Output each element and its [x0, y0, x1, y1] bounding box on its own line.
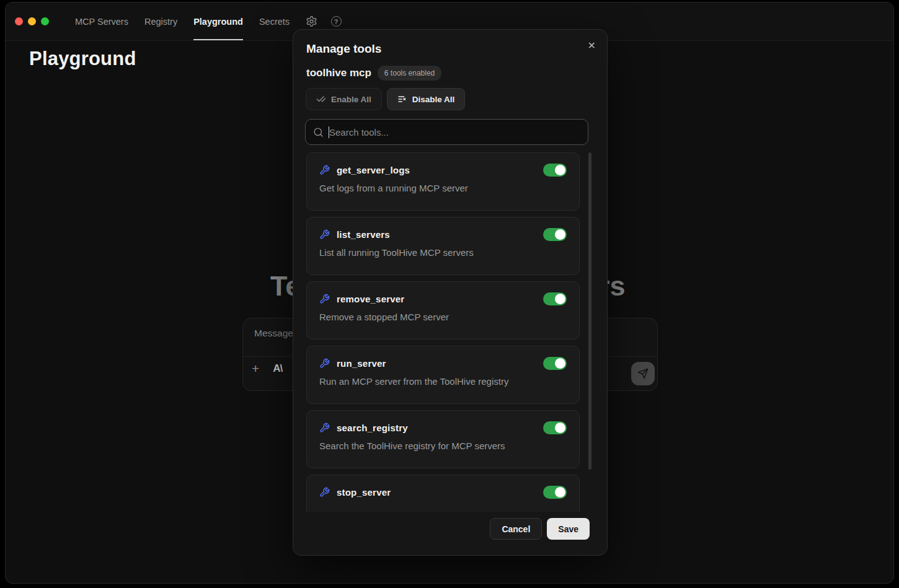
- main-nav: MCP Servers Registry Playground Secrets: [75, 2, 290, 40]
- tool-description: Search the ToolHive registry for MCP ser…: [319, 441, 567, 451]
- tool-name: search_registry: [337, 423, 543, 433]
- tool-card: list_serversList all running ToolHive MC…: [306, 217, 580, 275]
- traffic-lights: [15, 17, 49, 25]
- save-button[interactable]: Save: [547, 518, 590, 540]
- wrench-icon: [319, 358, 330, 369]
- wrench-icon: [319, 294, 330, 304]
- tool-toggle[interactable]: [543, 486, 567, 499]
- search-input[interactable]: [329, 127, 580, 138]
- cancel-button[interactable]: Cancel: [490, 518, 542, 540]
- tool-card: stop_server: [306, 475, 580, 512]
- tool-description: Remove a stopped MCP server: [319, 312, 567, 322]
- tool-description: List all running ToolHive MCP servers: [319, 247, 567, 258]
- tool-card: remove_serverRemove a stopped MCP server: [306, 281, 580, 340]
- tool-description: Run an MCP server from the ToolHive regi…: [319, 376, 567, 387]
- attach-plus-icon[interactable]: +: [252, 362, 259, 375]
- maximize-window-button[interactable]: [41, 17, 49, 25]
- tool-name: run_server: [337, 358, 543, 369]
- tool-card: search_registrySearch the ToolHive regis…: [306, 410, 580, 468]
- anthropic-logo-icon[interactable]: A\: [273, 362, 282, 375]
- tool-name: get_server_logs: [337, 165, 543, 175]
- search-tools-field[interactable]: [305, 119, 588, 145]
- tool-card: run_serverRun an MCP server from the Too…: [306, 346, 580, 404]
- page-title: Playground: [29, 48, 136, 70]
- disable-all-button[interactable]: Disable All: [387, 88, 466, 110]
- tool-toggle[interactable]: [543, 292, 567, 305]
- server-name: toolhive mcp: [306, 67, 371, 79]
- manage-tools-dialog: Manage tools ✕ toolhive mcp 6 tools enab…: [293, 29, 608, 556]
- tool-name: stop_server: [337, 487, 543, 498]
- tool-description: Get logs from a running MCP server: [319, 183, 567, 193]
- tool-name: remove_server: [337, 294, 543, 304]
- tab-registry[interactable]: Registry: [144, 2, 177, 40]
- wrench-icon: [319, 165, 330, 175]
- settings-gear-icon[interactable]: [304, 15, 318, 29]
- tool-toggle[interactable]: [543, 228, 567, 241]
- wrench-icon: [319, 229, 330, 240]
- send-paper-plane-icon: [637, 368, 649, 379]
- close-icon[interactable]: ✕: [588, 40, 596, 51]
- wrench-icon: [319, 423, 330, 433]
- search-icon: [313, 127, 324, 138]
- tab-playground[interactable]: Playground: [193, 2, 243, 40]
- list-x-icon: [397, 94, 407, 104]
- wrench-icon: [319, 487, 330, 498]
- tool-card: get_server_logsGet logs from a running M…: [306, 152, 580, 211]
- scrollbar-thumb[interactable]: [588, 152, 591, 470]
- close-window-button[interactable]: [15, 17, 23, 25]
- tools-enabled-badge: 6 tools enabled: [378, 66, 441, 81]
- tab-secrets[interactable]: Secrets: [259, 2, 290, 40]
- tool-toggle[interactable]: [543, 164, 567, 177]
- dialog-title: Manage tools: [306, 42, 381, 56]
- minimize-window-button[interactable]: [28, 17, 36, 25]
- help-icon[interactable]: ?: [329, 15, 343, 29]
- tool-name: list_servers: [337, 229, 543, 240]
- tool-list[interactable]: get_server_logsGet logs from a running M…: [306, 152, 580, 512]
- tab-mcp-servers[interactable]: MCP Servers: [75, 2, 128, 40]
- enable-all-button[interactable]: Enable All: [306, 88, 382, 110]
- tool-toggle[interactable]: [543, 357, 567, 370]
- tool-toggle[interactable]: [543, 421, 567, 434]
- check-check-icon: [316, 94, 326, 104]
- send-button[interactable]: [631, 362, 655, 385]
